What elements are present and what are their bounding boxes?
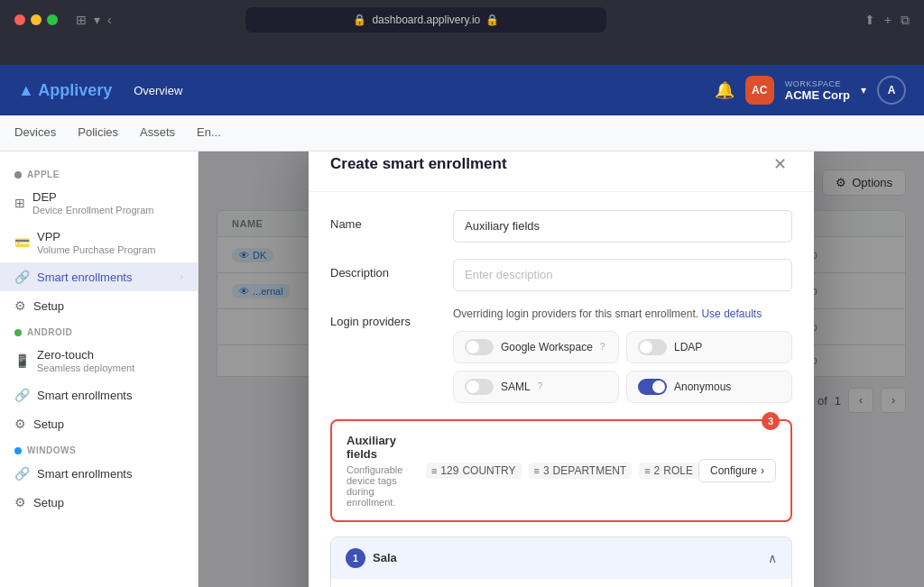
role-count: 2 — [654, 464, 661, 477]
google-help-icon: ? — [600, 342, 605, 352]
sidebar-item-smart-enrollments-windows[interactable]: 🔗 Smart enrollments — [0, 459, 198, 488]
new-tab-icon[interactable]: + — [884, 13, 892, 28]
window-toggle-icon[interactable]: ⊞ — [76, 13, 87, 27]
anonymous-label: Anonymous — [674, 381, 731, 393]
description-label: Description — [330, 259, 439, 280]
tag-icon: ≡ — [534, 465, 540, 476]
share-icon[interactable]: ⬆ — [864, 13, 875, 28]
description-input[interactable] — [453, 259, 792, 291]
google-toggle[interactable] — [465, 339, 494, 355]
sidebar-section-android: ANDROID — [0, 320, 198, 341]
setup-android-label: Setup — [33, 417, 183, 431]
login-providers-row: Login providers Overriding login provide… — [330, 307, 792, 403]
zero-touch-icon: 📱 — [14, 353, 30, 368]
setup-windows-label: Setup — [33, 496, 183, 509]
setup-icon: ⚙ — [14, 298, 26, 313]
security-icon: 🔒 — [485, 14, 499, 26]
sala-header[interactable]: 1 Sala ∧ — [331, 537, 791, 579]
dept-label: DEPARTMENT — [553, 464, 627, 477]
smart-enrollments-windows-icon: 🔗 — [14, 466, 30, 481]
smart-enrollments-windows-label: Smart enrollments — [37, 467, 183, 481]
login-providers-section: Overriding login providers for this smar… — [453, 307, 792, 403]
sidebar-item-setup-android[interactable]: ⚙ Setup — [0, 409, 198, 438]
chevron-up-icon: ∧ — [768, 551, 777, 565]
minimize-button[interactable] — [31, 14, 42, 25]
modal-title: Create smart enrollment — [330, 155, 507, 173]
sidebar-item-zero-touch[interactable]: 📱 Zero-touch Seamless deployment — [0, 341, 198, 381]
provider-google: Google Workspace ? — [453, 331, 619, 363]
sidebar-item-dep[interactable]: ⊞ DEP Device Enrollment Program — [0, 183, 198, 223]
nav-overview[interactable]: Overview — [134, 84, 182, 97]
back-icon[interactable]: ‹ — [107, 13, 112, 27]
subnav-en[interactable]: En... — [197, 125, 221, 141]
role-label: ROLE — [663, 464, 693, 477]
browser-controls: ⊞ ▾ ‹ — [76, 13, 112, 27]
setup-label: Setup — [33, 299, 183, 313]
subnav-assets[interactable]: Assets — [140, 125, 175, 141]
setup-android-icon: ⚙ — [14, 417, 26, 431]
workspace-info: WORKSPACE ACME Corp — [785, 79, 850, 102]
name-label: Name — [330, 210, 439, 231]
notification-bell[interactable]: 🔔 — [715, 80, 735, 100]
aux-card-header: Auxiliary fields Configurable device tag… — [346, 434, 776, 508]
subnav-devices[interactable]: Devices — [14, 125, 56, 141]
setup-windows-icon: ⚙ — [14, 495, 26, 509]
sidebar: APPLE ⊞ DEP Device Enrollment Program 💳 … — [0, 151, 199, 587]
header-right: 🔔 AC WORKSPACE ACME Corp ▾ A — [715, 76, 906, 105]
aux-tags: ≡ 129 COUNTRY ≡ 3 DEPARTMENT — [426, 463, 698, 479]
content-area: ↻ Refresh ⚙ Options NAME DEVICES UPDATED… — [199, 151, 924, 587]
aux-tag-country: ≡ 129 COUNTRY — [426, 463, 522, 479]
sidebar-item-vpp[interactable]: 💳 VPP Volume Purchase Program — [0, 223, 198, 262]
country-label: COUNTRY — [462, 464, 515, 477]
app-header: ▲ Applivery Overview 🔔 AC WORKSPACE ACME… — [0, 65, 924, 115]
subnav-policies[interactable]: Policies — [78, 125, 118, 141]
provider-anonymous: Anonymous — [626, 371, 792, 403]
sidebar-section-apple: APPLE — [0, 162, 198, 183]
windows-icon[interactable]: ⧉ — [901, 13, 910, 28]
chevron-down-icon[interactable]: ▾ — [861, 84, 866, 96]
chevron-right-icon: › — [180, 271, 183, 283]
sidebar-item-setup-windows[interactable]: ⚙ Setup — [0, 488, 198, 517]
sidebar-section-windows: WINDOWS — [0, 438, 198, 459]
name-input[interactable] — [453, 210, 792, 243]
providers-grid: Google Workspace ? LDAP SAML — [453, 331, 792, 403]
dep-icon: ⊞ — [14, 196, 25, 210]
modal: Create smart enrollment ✕ Name Descripti… — [309, 151, 814, 587]
sub-nav: Devices Policies Assets En... — [0, 115, 924, 151]
main-layout: APPLE ⊞ DEP Device Enrollment Program 💳 … — [0, 151, 924, 587]
dep-label: DEP — [32, 190, 183, 204]
anonymous-toggle[interactable] — [638, 379, 667, 395]
smart-enrollments-android-label: Smart enrollments — [37, 389, 183, 402]
modal-overlay: Create smart enrollment ✕ Name Descripti… — [199, 151, 924, 587]
maximize-button[interactable] — [47, 14, 58, 25]
address-bar[interactable]: 🔒 dashboard.applivery.io 🔒 — [245, 7, 606, 32]
use-defaults-link[interactable]: Use defaults — [701, 307, 762, 320]
aux-card-desc: Configurable device tags during enrollme… — [346, 464, 426, 508]
saml-toggle[interactable] — [465, 379, 494, 395]
chevron-down-icon[interactable]: ▾ — [94, 13, 100, 27]
sidebar-item-smart-enrollments-android[interactable]: 🔗 Smart enrollments — [0, 381, 198, 409]
sala-name: Sala — [373, 551, 397, 564]
ldap-label: LDAP — [674, 341, 702, 353]
ldap-toggle[interactable] — [638, 339, 667, 355]
provider-saml: SAML ? — [453, 371, 619, 403]
saml-help-icon: ? — [538, 381, 543, 391]
modal-close-button[interactable]: ✕ — [767, 151, 792, 177]
chevron-right-icon: › — [761, 464, 764, 477]
sala-number: 1 — [346, 548, 365, 568]
sidebar-item-smart-enrollments-apple[interactable]: 🔗 Smart enrollments › — [0, 262, 198, 291]
close-button[interactable] — [14, 14, 25, 25]
vpp-sub: Volume Purchase Program — [37, 244, 183, 255]
login-providers-label: Login providers — [330, 307, 439, 328]
sidebar-item-setup-apple[interactable]: ⚙ Setup — [0, 291, 198, 320]
zero-touch-sub: Seamless deployment — [37, 362, 183, 373]
aux-fields-card: 3 Auxiliary fields Configurable device t… — [330, 419, 792, 522]
traffic-lights — [14, 14, 58, 25]
modal-header: Create smart enrollment ✕ — [309, 151, 814, 192]
configure-button[interactable]: Configure › — [698, 459, 776, 482]
user-avatar[interactable]: A — [877, 76, 906, 105]
vpp-icon: 💳 — [14, 235, 30, 250]
url-text: dashboard.applivery.io — [372, 14, 480, 26]
aux-tag-department: ≡ 3 DEPARTMENT — [529, 463, 633, 479]
sala-section: 1 Sala ∧ Policy Applied when the device … — [330, 537, 792, 588]
